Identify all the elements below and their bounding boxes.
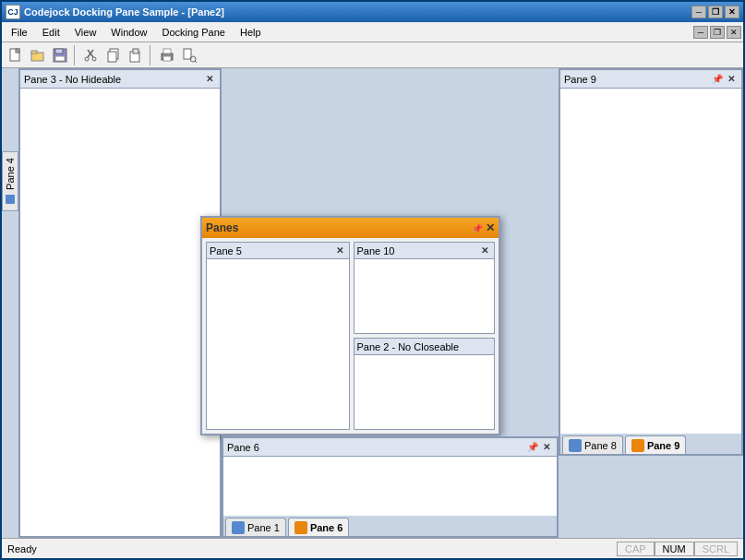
menu-bar-right: ─ ❐ ✕ (693, 26, 741, 39)
pane9-pin-icon[interactable]: 📌 (712, 74, 723, 84)
toolbar-paste[interactable] (126, 45, 146, 66)
floating-header-icons: 📌 ✕ (472, 221, 495, 234)
restore-button[interactable]: ❐ (708, 6, 723, 18)
pane9-header: Pane 9 📌 ✕ (560, 70, 741, 89)
pane10-content (354, 259, 495, 333)
pane9-header-icons: 📌 ✕ (712, 73, 738, 86)
pane6-panel: Pane 6 📌 ✕ Pane 1 Pane 6 (222, 436, 559, 538)
num-indicator: NUM (655, 542, 694, 556)
pane2-content (354, 355, 495, 429)
floating-title: Panes (206, 221, 238, 234)
tab-pane9[interactable]: Pane 9 (625, 435, 686, 454)
pane3-panel: Pane 3 - No Hideable ✕ (18, 68, 222, 538)
toolbar-save[interactable] (50, 45, 70, 66)
svg-rect-17 (163, 56, 171, 61)
svg-rect-7 (55, 56, 65, 61)
pane9-body (560, 89, 741, 434)
floating-close-icon[interactable]: ✕ (486, 221, 495, 234)
tab-pane8[interactable]: Pane 8 (562, 435, 623, 454)
svg-point-10 (85, 57, 89, 61)
pane2-title: Pane 2 - No Closeable (357, 341, 460, 352)
toolbar-print[interactable] (157, 45, 177, 66)
menu-help[interactable]: Help (233, 25, 269, 40)
pane9-tab-icon (631, 439, 644, 452)
menu-close-btn[interactable]: ✕ (727, 26, 741, 39)
svg-rect-19 (184, 49, 191, 59)
tab-pane8-label: Pane 8 (584, 440, 617, 451)
bottom-tab-bar: Pane 1 Pane 6 (223, 516, 557, 536)
svg-rect-6 (55, 49, 63, 54)
menu-minimize-btn[interactable]: ─ (693, 26, 708, 39)
title-bar: CJ Codejock Docking Pane Sample - [Pane2… (2, 2, 743, 22)
pane8-tab-icon (569, 439, 582, 452)
pane5-header: Pane 5 ✕ (207, 243, 349, 259)
pane5-close[interactable]: ✕ (333, 244, 346, 257)
svg-rect-22 (6, 195, 15, 204)
pane3-close[interactable]: ✕ (203, 73, 216, 86)
toolbar-new[interactable] (6, 45, 26, 66)
toolbar-preview[interactable] (179, 45, 199, 66)
main-area: Pane 4 Pane 3 - No Hideable ✕ Pane 9 📌 ✕ (2, 68, 743, 538)
pane3-body (20, 89, 220, 536)
pane2-subpane: Pane 2 - No Closeable (354, 338, 496, 430)
tab-pane1-label: Pane 1 (247, 522, 280, 533)
window-title: Codejock Docking Pane Sample - [Pane2] (24, 6, 224, 18)
toolbar-cut[interactable] (81, 45, 102, 66)
minimize-button[interactable]: ─ (691, 6, 706, 18)
pane10-header: Pane 10 ✕ (354, 243, 495, 259)
pane9-title: Pane 9 (564, 74, 596, 85)
pane9-close[interactable]: ✕ (725, 73, 738, 86)
menu-window[interactable]: Window (103, 25, 154, 40)
status-indicators: CAP NUM SCRL (617, 542, 738, 556)
toolbar-sep1 (74, 45, 78, 66)
scrl-indicator: SCRL (694, 542, 738, 556)
pane9-tab-bar: Pane 8 Pane 9 (560, 434, 741, 454)
pane6-header: Pane 6 📌 ✕ (223, 438, 557, 457)
tab-pane9-label: Pane 9 (647, 440, 679, 451)
svg-rect-15 (133, 49, 138, 54)
pane3-header-icons: ✕ (203, 73, 216, 86)
tab-pane1[interactable]: Pane 1 (225, 518, 286, 536)
menu-edit[interactable]: Edit (35, 25, 67, 40)
close-button[interactable]: ✕ (725, 6, 739, 18)
status-text: Ready (7, 543, 609, 554)
pane6-body (223, 457, 557, 516)
svg-rect-4 (31, 51, 37, 54)
status-bar: Ready CAP NUM SCRL (2, 538, 743, 558)
floating-body: Pane 5 ✕ Pane 10 ✕ (202, 238, 499, 434)
svg-line-21 (195, 61, 197, 63)
pane10-close[interactable]: ✕ (478, 244, 491, 257)
menu-file[interactable]: File (4, 25, 35, 40)
floating-header[interactable]: Panes 📌 ✕ (202, 218, 499, 238)
tab-pane6[interactable]: Pane 6 (288, 518, 349, 536)
floating-pin-icon[interactable]: 📌 (472, 223, 483, 233)
pane3-header: Pane 3 - No Hideable ✕ (20, 70, 220, 89)
tab-pane6-label: Pane 6 (310, 522, 342, 533)
menu-docking-pane[interactable]: Docking Pane (154, 25, 233, 40)
toolbar (2, 42, 743, 68)
cap-indicator: CAP (617, 542, 655, 556)
main-window: CJ Codejock Docking Pane Sample - [Pane2… (0, 0, 745, 560)
pane10-subpane: Pane 10 ✕ (354, 242, 496, 334)
title-bar-controls: ─ ❐ ✕ (691, 6, 739, 18)
pane3-title: Pane 3 - No Hideable (24, 74, 121, 85)
toolbar-copy[interactable] (103, 45, 124, 66)
pane4-tab[interactable]: Pane 4 (2, 151, 18, 211)
menu-restore-btn[interactable]: ❐ (710, 26, 725, 39)
pane10-title: Pane 10 (357, 245, 395, 256)
pane6-title: Pane 6 (227, 442, 259, 453)
svg-rect-18 (163, 49, 171, 54)
menu-view[interactable]: View (67, 25, 104, 40)
pane6-close[interactable]: ✕ (540, 441, 553, 454)
title-bar-left: CJ Codejock Docking Pane Sample - [Pane2… (6, 5, 224, 19)
pane6-tab-icon (294, 521, 307, 534)
menu-bar: File Edit View Window Docking Pane Help … (2, 22, 743, 42)
svg-rect-13 (108, 52, 116, 62)
toolbar-sep2 (150, 45, 153, 66)
toolbar-open[interactable] (28, 45, 48, 66)
app-icon: CJ (6, 5, 20, 19)
svg-point-11 (92, 57, 96, 61)
pane6-header-icons: 📌 ✕ (527, 441, 553, 454)
pane5-title: Pane 5 (210, 245, 242, 256)
pane6-pin-icon[interactable]: 📌 (527, 442, 538, 452)
